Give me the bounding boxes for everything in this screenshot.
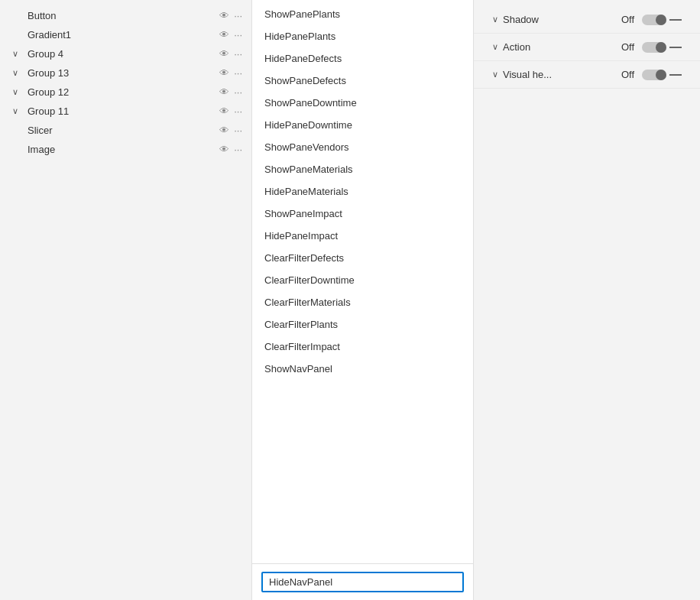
layer-label: Group 13 (28, 67, 219, 79)
action-list-item[interactable]: ShowNavPanel (252, 358, 473, 380)
layer-label: Group 4 (28, 48, 219, 60)
more-icon[interactable]: ··· (234, 105, 242, 117)
toggle-line (669, 74, 682, 76)
toggle-thumb (656, 70, 666, 80)
more-icon[interactable]: ··· (234, 125, 242, 136)
layer-icons: 👁··· (219, 144, 242, 155)
more-icon[interactable]: ··· (234, 29, 242, 41)
layer-item[interactable]: Image👁··· (0, 140, 251, 159)
layer-icons: 👁··· (219, 29, 242, 41)
toggle-track (642, 42, 666, 53)
action-list-item[interactable]: ClearFilterImpact (252, 336, 473, 358)
layer-label: Group 11 (28, 105, 219, 117)
right-panel: ∨ShadowOff∨ActionOff∨Visual he...Off (474, 0, 700, 600)
eye-icon[interactable]: 👁 (219, 86, 229, 98)
layer-label: Gradient1 (28, 29, 219, 41)
toggle-track (642, 70, 666, 80)
layer-icons: 👁··· (219, 67, 242, 79)
eye-icon[interactable]: 👁 (219, 144, 229, 155)
action-list-item[interactable]: ClearFilterDefects (252, 247, 473, 269)
layer-label: Group 12 (28, 86, 219, 98)
toggle-off[interactable] (642, 70, 682, 80)
action-list-item[interactable]: ShowPaneMaterials (252, 158, 473, 180)
layer-icons: 👁··· (219, 125, 242, 136)
property-label: Action (503, 41, 621, 53)
action-list-item[interactable]: ClearFilterMaterials (252, 291, 473, 313)
property-label: Visual he... (503, 69, 621, 80)
eye-icon[interactable]: 👁 (219, 67, 229, 79)
action-list-item[interactable]: ShowPaneVendors (252, 136, 473, 158)
layer-label: Button (28, 10, 219, 21)
layer-icons: 👁··· (219, 10, 242, 21)
more-icon[interactable]: ··· (234, 10, 242, 21)
property-row: ∨Visual he...Off (474, 61, 700, 89)
toggle-track (642, 15, 666, 25)
toggle-off[interactable] (642, 15, 682, 25)
toggle-thumb (656, 42, 666, 53)
layer-icons: 👁··· (219, 105, 242, 117)
layer-item[interactable]: ∨Group 11👁··· (0, 102, 251, 121)
property-chevron-icon[interactable]: ∨ (492, 42, 498, 52)
layer-icons: 👁··· (219, 86, 242, 98)
property-value: Off (621, 41, 634, 53)
action-list-item[interactable]: HidePaneImpact (252, 225, 473, 247)
action-input[interactable] (269, 576, 453, 588)
property-chevron-icon[interactable]: ∨ (492, 70, 498, 79)
action-list-item[interactable]: HidePaneDefects (252, 47, 473, 70)
action-list-item[interactable]: ShowPaneDefects (252, 70, 473, 92)
eye-icon[interactable]: 👁 (219, 105, 229, 117)
layer-label: Slicer (28, 125, 219, 136)
property-chevron-icon[interactable]: ∨ (492, 15, 498, 24)
layer-item[interactable]: ∨Group 13👁··· (0, 63, 251, 83)
more-icon[interactable]: ··· (234, 144, 242, 155)
action-list-item[interactable]: HidePanePlants (252, 25, 473, 47)
property-value: Off (621, 69, 634, 80)
property-row: ∨ActionOff (474, 34, 700, 61)
more-icon[interactable]: ··· (234, 86, 242, 98)
layer-item[interactable]: ∨Group 4👁··· (0, 44, 251, 63)
layer-item[interactable]: Button👁··· (0, 6, 251, 25)
chevron-icon: ∨ (12, 68, 24, 78)
action-list-item[interactable]: ShowPanePlants (252, 3, 473, 25)
chevron-icon: ∨ (12, 49, 24, 59)
layer-label: Image (28, 144, 219, 155)
action-list[interactable]: ShowPanePlantsHidePanePlantsHidePaneDefe… (252, 0, 473, 563)
property-label: Shadow (503, 14, 621, 25)
toggle-thumb (656, 15, 666, 25)
eye-icon[interactable]: 👁 (219, 10, 229, 21)
property-value: Off (621, 14, 634, 25)
action-list-item[interactable]: ShowPaneDowntime (252, 92, 473, 114)
chevron-icon: ∨ (12, 106, 24, 116)
layer-icons: 👁··· (219, 48, 242, 60)
layer-item[interactable]: Slicer👁··· (0, 121, 251, 140)
action-list-item[interactable]: HidePaneMaterials (252, 180, 473, 203)
toggle-line (669, 47, 682, 48)
action-list-item[interactable]: ClearFilterDowntime (252, 269, 473, 291)
more-icon[interactable]: ··· (234, 48, 242, 60)
more-icon[interactable]: ··· (234, 67, 242, 79)
chevron-icon: ∨ (12, 87, 24, 97)
layer-item[interactable]: ∨Group 12👁··· (0, 83, 251, 102)
property-row: ∨ShadowOff (474, 6, 700, 34)
toggle-off[interactable] (642, 42, 682, 53)
left-panel: Button👁···Gradient1👁···∨Group 4👁···∨Grou… (0, 0, 252, 600)
action-input-wrapper[interactable] (261, 572, 464, 592)
toggle-line (669, 19, 682, 21)
eye-icon[interactable]: 👁 (219, 125, 229, 136)
action-input-area (252, 563, 473, 600)
action-list-item[interactable]: ShowPaneImpact (252, 203, 473, 225)
action-list-item[interactable]: ClearFilterPlants (252, 313, 473, 336)
action-list-item[interactable]: HidePaneDowntime (252, 114, 473, 136)
eye-icon[interactable]: 👁 (219, 48, 229, 60)
middle-panel: ShowPanePlantsHidePanePlantsHidePaneDefe… (252, 0, 474, 600)
layer-item[interactable]: Gradient1👁··· (0, 25, 251, 44)
eye-icon[interactable]: 👁 (219, 29, 229, 41)
